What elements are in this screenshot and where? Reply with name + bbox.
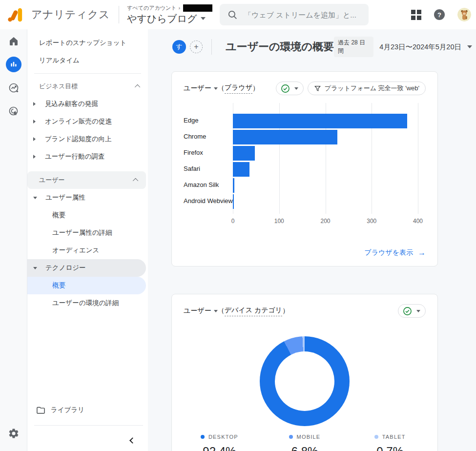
bar-android-webview[interactable] xyxy=(233,194,234,209)
sidebar-item-label: ブランド認知度の向上 xyxy=(45,135,112,144)
advertising-nav-icon[interactable] xyxy=(0,76,27,100)
chevron-down-icon xyxy=(214,310,218,312)
chevron-down-icon xyxy=(214,87,218,90)
dimension-selector[interactable]: ブラウザ xyxy=(225,83,252,94)
sidebar-item-label: ユーザー属性の詳細 xyxy=(52,228,112,237)
bar-chrome[interactable] xyxy=(233,130,337,144)
triangle-down-icon xyxy=(33,197,37,199)
card-header: ユーザー （ デバイス カテゴリ ） xyxy=(184,304,426,318)
property-name: やすひらブログ xyxy=(127,12,197,25)
google-analytics-logo-icon[interactable] xyxy=(7,6,23,23)
legend-dot-icon xyxy=(289,435,293,439)
legend-item-mobile: MOBILE6.8% xyxy=(262,433,348,451)
user-avatar[interactable] xyxy=(457,8,471,21)
x-axis-tick-label: 200 xyxy=(320,218,330,225)
help-icon[interactable]: ? xyxy=(434,9,445,20)
triangle-down-icon xyxy=(33,267,37,269)
admin-gear-icon[interactable] xyxy=(0,422,27,445)
sidebar-item-library[interactable]: ライブラリ xyxy=(27,401,148,419)
top-app-bar: アナリティクス すべてのアカウント › やすひらブログ ? xyxy=(0,0,476,29)
bar-category-label: Android Webview xyxy=(184,193,233,209)
sidebar-item-lead-generation[interactable]: 見込み顧客の発掘 xyxy=(27,95,148,113)
main-content: す + ユーザーの環境の概要 過去 28 日間 4月23日〜2024年5月20日… xyxy=(148,29,476,451)
device-category-donut-chart[interactable] xyxy=(260,336,350,426)
sidebar-group-demographics[interactable]: ユーザー属性 xyxy=(27,189,148,206)
section-label: ユーザー xyxy=(39,176,65,184)
legend-label: TABLET xyxy=(382,434,406,440)
account-switcher[interactable]: すべてのアカウント › やすひらブログ xyxy=(127,4,212,25)
header-divider xyxy=(211,39,212,55)
sidebar-item-label: 概要 xyxy=(52,211,65,220)
dimension-selector[interactable]: デバイス カテゴリ xyxy=(225,306,283,316)
bar-amazon-silk[interactable] xyxy=(233,178,234,193)
sidebar-item-tech-overview-active[interactable]: 概要 xyxy=(27,277,146,294)
sidebar-item-label: ユーザー属性 xyxy=(45,193,85,202)
bar-chart-rows xyxy=(233,113,418,209)
collapse-sidebar-button[interactable] xyxy=(126,434,138,446)
sidebar-item-label: テクノロジー xyxy=(45,264,86,272)
report-sidebar: レポートのスナップショット リアルタイム ビジネス目標 見込み顧客の発掘 オンラ… xyxy=(27,29,148,451)
sidebar-item-label: 概要 xyxy=(52,281,65,290)
legend-value: 92.4% xyxy=(203,445,236,451)
search-bar[interactable] xyxy=(220,4,369,25)
sidebar-item-label: レポートのスナップショット xyxy=(39,39,126,47)
collaborator-avatar[interactable]: す xyxy=(172,40,186,54)
reports-nav-icon-active[interactable] xyxy=(0,53,27,76)
sidebar-section-user[interactable]: ユーザー xyxy=(27,171,146,189)
home-nav-icon[interactable] xyxy=(0,29,27,53)
bar-edge[interactable] xyxy=(233,114,407,128)
chevron-down-icon xyxy=(201,17,206,20)
breadcrumb-all-accounts: すべてのアカウント xyxy=(127,4,176,12)
date-range-picker[interactable]: 過去 28 日間 4月23日〜2024年5月20日 xyxy=(334,37,472,57)
filter-funnel-icon xyxy=(314,85,321,92)
legend-value: 0.7% xyxy=(376,445,403,451)
add-collaborator-button[interactable]: + xyxy=(190,41,203,53)
search-icon xyxy=(228,10,237,20)
link-label: ブラウザを表示 xyxy=(364,248,413,257)
sidebar-item-demographics-details[interactable]: ユーザー属性の詳細 xyxy=(27,224,148,242)
bar-chart-plot xyxy=(233,103,418,214)
sidebar-item-realtime[interactable]: リアルタイム xyxy=(27,52,148,69)
platform-filter-chip[interactable]: プラットフォーム 完全一致 'web' xyxy=(308,82,426,95)
grid-square xyxy=(417,10,421,14)
data-quality-pill[interactable] xyxy=(276,82,304,95)
data-quality-pill[interactable] xyxy=(398,304,426,318)
metric-selector[interactable]: ユーザー xyxy=(184,307,218,315)
paren: ） xyxy=(252,84,259,93)
sidebar-item-user-behavior[interactable]: ユーザー行動の調査 xyxy=(27,148,148,165)
explore-nav-icon[interactable] xyxy=(0,100,27,123)
sidebar-item-label: ユーザー行動の調査 xyxy=(45,152,104,161)
bar-safari[interactable] xyxy=(233,162,249,177)
sidebar-item-report-snapshot[interactable]: レポートのスナップショット xyxy=(27,34,148,52)
sidebar-group-technology[interactable]: テクノロジー xyxy=(27,259,146,277)
card-footer: ブラウザを表示 → xyxy=(364,248,426,257)
date-range-text: 4月23日〜2024年5月20日 xyxy=(379,42,461,52)
google-apps-grid-icon[interactable] xyxy=(411,10,421,20)
bar-row xyxy=(233,145,418,161)
bar-category-label: Safari xyxy=(184,161,233,177)
bar-firefox[interactable] xyxy=(233,146,255,161)
paren: ） xyxy=(282,307,289,315)
metric-label: ユーザー xyxy=(184,84,211,93)
check-circle-icon xyxy=(403,307,412,316)
sidebar-item-demographics-overview[interactable]: 概要 xyxy=(27,206,148,224)
report-header: す + ユーザーの環境の概要 過去 28 日間 4月23日〜2024年5月20日 xyxy=(172,34,472,60)
sidebar-item-online-sales[interactable]: オンライン販売の促進 xyxy=(27,113,148,130)
legend-dot-icon xyxy=(201,435,205,439)
view-browsers-link[interactable]: ブラウザを表示 → xyxy=(364,248,426,257)
sidebar-item-tech-details[interactable]: ユーザーの環境の詳細 xyxy=(27,294,148,312)
search-input[interactable] xyxy=(244,11,361,19)
grid-square xyxy=(417,16,421,20)
grid-square xyxy=(411,10,415,14)
chevron-down-icon xyxy=(467,45,472,48)
device-chart-card: ユーザー （ デバイス カテゴリ ） DESKTOP92.4%MOBILE6.8… xyxy=(171,294,438,451)
metric-selector[interactable]: ユーザー xyxy=(184,84,218,93)
sidebar-section-business-goals[interactable]: ビジネス目標 xyxy=(27,78,148,95)
metric-label: ユーザー xyxy=(184,307,211,315)
help-glyph: ? xyxy=(437,11,441,19)
sidebar-item-brand-awareness[interactable]: ブランド認知度の向上 xyxy=(27,130,148,148)
sidebar-item-audiences[interactable]: オーディエンス xyxy=(27,242,148,259)
legend-row: MOBILE xyxy=(289,433,321,441)
donut-legend: DESKTOP92.4%MOBILE6.8%TABLET0.7% xyxy=(177,433,433,451)
sidebar-divider xyxy=(34,73,141,74)
